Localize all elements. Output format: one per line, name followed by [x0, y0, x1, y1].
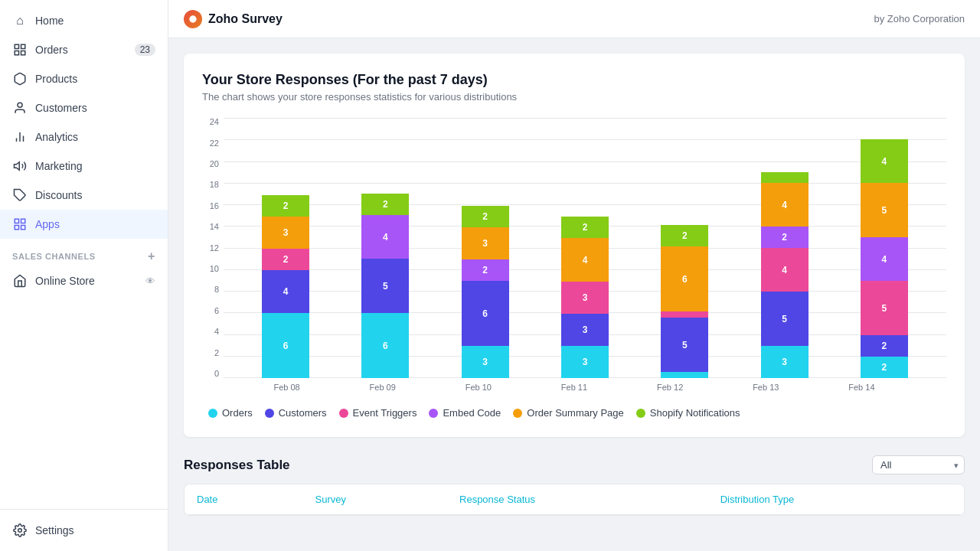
- col-survey: Survey: [303, 484, 447, 515]
- chart-subtitle: The chart shows your store responses sta…: [202, 91, 946, 103]
- sidebar-item-label: Products: [35, 73, 77, 85]
- svg-point-15: [189, 15, 196, 22]
- x-label-feb12: Feb 12: [657, 383, 683, 392]
- y-label-6: 6: [214, 307, 219, 315]
- bar-segment-orders: 3: [761, 346, 808, 378]
- bar-segment-shopify: 2: [262, 195, 309, 217]
- bar-stack[interactable]: 3 5 4 2 4: [761, 172, 808, 378]
- legend-dot-customers: [265, 409, 274, 418]
- bar-segment-orders: [661, 372, 708, 378]
- y-label-14: 14: [210, 223, 219, 231]
- y-label-18: 18: [210, 181, 219, 189]
- x-label-feb11: Feb 11: [561, 383, 587, 392]
- sidebar-item-orders[interactable]: Orders 23: [0, 35, 168, 64]
- sidebar-item-analytics[interactable]: Analytics: [0, 122, 168, 152]
- legend-dot-order-summary: [513, 409, 522, 418]
- legend-label-embed-code: Embed Code: [443, 407, 501, 419]
- svg-point-4: [18, 103, 22, 107]
- bar-segment-event: [661, 311, 708, 318]
- main-content: Your Store Responses (For the past 7 day…: [168, 38, 980, 551]
- chart-card: Your Store Responses (For the past 7 day…: [184, 54, 965, 437]
- bar-segment-shopify: 2: [561, 217, 609, 238]
- bar-segment-shopify: [761, 172, 808, 183]
- y-label-20: 20: [210, 160, 219, 168]
- bar-group-feb13: 3 5 4 2 4: [761, 172, 808, 378]
- x-label-feb08: Feb 08: [273, 383, 299, 392]
- sidebar-item-label: Analytics: [35, 131, 78, 143]
- bar-segment-event: 3: [561, 282, 609, 314]
- chart-legend: Orders Customers Event Triggers Embed Co…: [202, 407, 946, 419]
- sidebar-item-settings[interactable]: Settings: [0, 516, 168, 545]
- sidebar-item-home[interactable]: Home: [0, 6, 168, 35]
- bar-segment-order-summary: 6: [661, 246, 708, 311]
- x-axis: Feb 08 Feb 09 Feb 10 Feb 11 Feb 12 Feb 1…: [202, 383, 946, 392]
- bar-group-feb12: 5 6 2: [661, 225, 708, 378]
- sidebar-item-marketing[interactable]: Marketing: [0, 152, 168, 181]
- legend-embed-code: Embed Code: [429, 407, 501, 419]
- bar-segment-customers: 2: [861, 335, 908, 357]
- legend-label-orders: Orders: [222, 407, 253, 419]
- y-label-22: 22: [210, 139, 219, 148]
- bar-segment-embed: 4: [361, 215, 409, 259]
- settings-icon: [12, 523, 28, 538]
- bar-segment-customers: 3: [561, 314, 609, 346]
- orders-badge: 23: [135, 44, 155, 56]
- x-label-feb14: Feb 14: [848, 383, 874, 392]
- bar-segment-orders: 6: [262, 313, 309, 378]
- bar-segment-order-summary: 4: [561, 238, 609, 282]
- bar-stack[interactable]: 3 6 2 3 2: [462, 206, 509, 378]
- svg-point-14: [18, 529, 22, 533]
- sidebar-item-products[interactable]: Products: [0, 64, 168, 93]
- y-label-10: 10: [210, 265, 219, 273]
- online-store-icon: [12, 273, 28, 289]
- legend-order-summary: Order Summary Page: [513, 407, 623, 419]
- marketing-icon: [12, 158, 28, 174]
- bar-stack[interactable]: 2 2 5 4 5 4: [861, 139, 908, 378]
- filter-select[interactable]: All Orders Customers Event Triggers Embe…: [872, 455, 965, 474]
- svg-marker-8: [15, 162, 20, 171]
- main: Zoho Survey by Zoho Corporation Your Sto…: [168, 0, 980, 551]
- analytics-icon: [12, 129, 28, 145]
- svg-rect-2: [15, 51, 18, 55]
- svg-rect-1: [21, 44, 25, 48]
- x-label-feb13: Feb 13: [753, 383, 779, 392]
- y-label-24: 24: [210, 118, 219, 126]
- bar-segment-orders: 2: [861, 357, 908, 378]
- responses-section: Responses Table All Orders Customers Eve…: [184, 455, 965, 516]
- bar-segment-order-summary: 4: [761, 183, 808, 227]
- add-sales-channel-icon[interactable]: +: [148, 249, 155, 263]
- sidebar-item-online-store[interactable]: Online Store 👁: [0, 266, 168, 295]
- filter-wrapper[interactable]: All Orders Customers Event Triggers Embe…: [872, 455, 965, 474]
- x-label-feb09: Feb 09: [370, 383, 396, 392]
- bars-area: 6 4 2 3 2 6 5 4: [224, 118, 946, 378]
- sidebar-item-label: Marketing: [35, 160, 82, 172]
- sidebar-item-label: Customers: [35, 102, 87, 114]
- sidebar-item-apps[interactable]: Apps: [0, 210, 168, 239]
- svg-rect-3: [21, 51, 25, 55]
- bar-stack[interactable]: 3 3 3 4 2: [561, 217, 609, 378]
- home-icon: [12, 13, 28, 28]
- y-label-2: 2: [214, 349, 219, 357]
- zoho-logo: [184, 10, 202, 28]
- chart-title: Your Store Responses (For the past 7 day…: [202, 72, 946, 88]
- bar-stack[interactable]: 6 5 4 2: [361, 194, 409, 378]
- bar-segment-shopify: 2: [462, 206, 509, 227]
- legend-dot-event-triggers: [339, 409, 348, 418]
- bar-stack[interactable]: 5 6 2: [661, 225, 708, 378]
- sidebar-item-label: Discounts: [35, 189, 82, 201]
- bar-segment-orders: 3: [462, 346, 509, 378]
- y-label-0: 0: [214, 370, 219, 378]
- bar-group-feb08: 6 4 2 3 2: [262, 195, 309, 378]
- bar-segment-orders: 6: [361, 313, 409, 378]
- sidebar-item-discounts[interactable]: Discounts: [0, 181, 168, 210]
- legend-dot-embed-code: [429, 409, 438, 418]
- y-label-8: 8: [214, 285, 219, 294]
- sidebar-item-customers[interactable]: Customers: [0, 93, 168, 122]
- bar-stack[interactable]: 6 4 2 3 2: [262, 195, 309, 378]
- customers-icon: [12, 100, 28, 116]
- sidebar-item-label: Apps: [35, 218, 60, 230]
- bar-segment-event: 4: [761, 248, 808, 292]
- sidebar-bottom: Settings: [0, 509, 168, 551]
- legend-orders: Orders: [208, 407, 253, 419]
- visibility-icon[interactable]: 👁: [145, 276, 155, 287]
